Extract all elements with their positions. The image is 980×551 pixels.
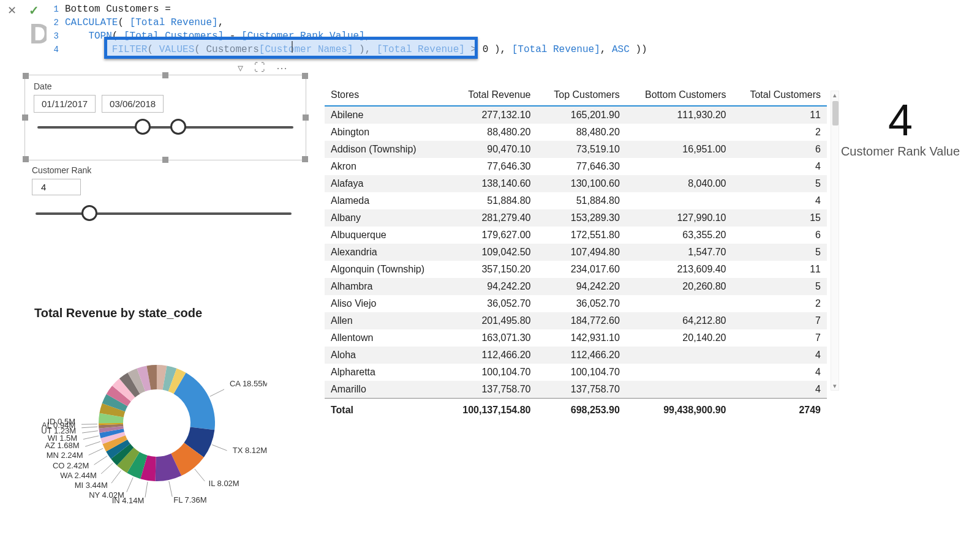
donut-chart-visual[interactable]: Total Revenue by state_code CA 18.55MTX … [34, 306, 304, 523]
svg-line-6 [111, 470, 121, 483]
dax-formula-editor[interactable]: 1234 Bottom Customers =CALCULATE( [Total… [47, 2, 975, 56]
date-slicer-visual[interactable]: Date 01/11/2017 03/06/2018 [24, 75, 306, 160]
date-start-input[interactable]: 01/11/2017 [34, 95, 96, 113]
table-row[interactable]: Alpharetta100,104.70100,104.704 [325, 364, 827, 381]
donut-chart-svg: CA 18.55MTX 8.12MIL 8.02MFL 7.36MIN 4.14… [34, 325, 267, 521]
table-cell: 201,495.80 [445, 312, 537, 329]
text-cursor-icon [291, 39, 297, 52]
donut-label: TX 8.12M [233, 446, 267, 455]
table-row[interactable]: Alhambra94,242.2094,242.2020,260.805 [325, 278, 827, 295]
table-header[interactable]: Top Customers [537, 86, 626, 106]
table-header[interactable]: Stores [325, 86, 445, 106]
table-cell: Allen [325, 312, 445, 329]
table-total-cell: 698,253.90 [537, 399, 626, 422]
table-cell: 73,519.10 [537, 141, 626, 158]
cancel-formula-icon[interactable] [5, 4, 18, 17]
table-cell: Amarillo [325, 381, 445, 399]
table-cell: Alameda [325, 192, 445, 209]
table-cell: 51,884.80 [445, 192, 537, 209]
table-row[interactable]: Aliso Viejo36,052.7036,052.702 [325, 295, 827, 312]
table-cell: 137,758.70 [445, 381, 537, 399]
table-row[interactable]: Abington88,480.2088,480.202 [325, 124, 827, 141]
resize-handle[interactable] [23, 156, 29, 162]
table-cell: 2 [733, 295, 827, 312]
resize-handle[interactable] [162, 72, 168, 78]
table-row[interactable]: Amarillo137,758.70137,758.704 [325, 381, 827, 399]
resize-handle[interactable] [302, 73, 308, 79]
slider-thumb-end[interactable] [170, 119, 186, 135]
table-cell: 1,547.70 [626, 244, 733, 261]
table-row[interactable]: Aloha112,466.20112,466.204 [325, 347, 827, 364]
svg-line-1 [212, 444, 227, 451]
svg-line-3 [169, 481, 172, 497]
table-cell: 172,551.80 [537, 227, 626, 244]
more-options-icon[interactable]: ⋯ [276, 61, 287, 75]
table-cell [626, 295, 733, 312]
table-cell: Alafaya [325, 175, 445, 192]
table-header[interactable]: Total Revenue [445, 86, 537, 106]
resize-handle[interactable] [162, 157, 168, 163]
table-header[interactable]: Bottom Customers [626, 86, 733, 106]
table-cell: 281,279.40 [445, 209, 537, 227]
table-row[interactable]: Algonquin (Township)357,150.20234,017.60… [325, 261, 827, 278]
resize-handle[interactable] [22, 114, 28, 121]
table-cell: 94,242.20 [537, 278, 626, 295]
focus-mode-icon[interactable]: ⛶ [254, 61, 265, 75]
slider-thumb-start[interactable] [135, 119, 151, 135]
table-cell: Alexandria [325, 244, 445, 261]
table-row[interactable]: Alafaya138,140.60130,100.608,040.005 [325, 175, 827, 192]
table-row[interactable]: Albany281,279.40153,289.30127,990.1015 [325, 209, 827, 227]
table-cell: 20,260.80 [626, 278, 733, 295]
table-row[interactable]: Alexandria109,042.50107,494.801,547.705 [325, 244, 827, 261]
table-cell: Algonquin (Township) [325, 261, 445, 278]
donut-label: NY 4.02M [89, 490, 124, 500]
table-row[interactable]: Albuquerque179,627.00172,551.8063,355.20… [325, 227, 827, 244]
scroll-down-icon[interactable]: ▾ [831, 382, 839, 390]
stores-table-visual[interactable]: StoresTotal RevenueTop CustomersBottom C… [325, 86, 827, 422]
commit-formula-icon[interactable] [27, 4, 40, 17]
table-cell: Akron [325, 158, 445, 175]
table-cell: 179,627.00 [445, 227, 537, 244]
slider-thumb[interactable] [81, 205, 97, 221]
table-row[interactable]: Abilene277,132.10165,201.90111,930.2011 [325, 106, 827, 124]
table-cell: 163,071.30 [445, 329, 537, 347]
table-cell [626, 364, 733, 381]
svg-line-10 [85, 441, 100, 446]
rank-slicer-visual[interactable]: Customer Rank 4 [32, 165, 295, 223]
svg-line-11 [83, 436, 99, 440]
table-cell: 77,646.30 [445, 158, 537, 175]
resize-handle[interactable] [23, 73, 29, 79]
table-header[interactable]: Total Customers [733, 86, 827, 106]
table-row[interactable]: Addison (Township)90,470.1073,519.1016,9… [325, 141, 827, 158]
table-cell: Addison (Township) [325, 141, 445, 158]
svg-line-13 [81, 427, 97, 428]
table-cell: 100,104.70 [445, 364, 537, 381]
rank-slider[interactable] [36, 205, 292, 223]
table-cell: 138,140.60 [445, 175, 537, 192]
rank-value-input[interactable]: 4 [32, 179, 81, 195]
table-cell: 4 [733, 158, 827, 175]
table-cell: 184,772.60 [537, 312, 626, 329]
donut-label: FL 7.36M [173, 495, 206, 504]
table-cell: 7 [733, 329, 827, 347]
line-gutter: 1234 [47, 2, 62, 56]
table-row[interactable]: Akron77,646.3077,646.304 [325, 158, 827, 175]
filter-icon[interactable]: ▿ [238, 61, 243, 75]
table-cell: 277,132.10 [445, 106, 537, 124]
table-cell: Albuquerque [325, 227, 445, 244]
table-cell: 100,104.70 [537, 364, 626, 381]
table-row[interactable]: Allentown163,071.30142,931.1020,140.207 [325, 329, 827, 347]
rank-card-visual[interactable]: 4 Customer Rank Value [833, 98, 968, 159]
resize-handle[interactable] [303, 114, 309, 121]
table-cell: 111,930.20 [626, 106, 733, 124]
resize-handle[interactable] [302, 156, 308, 162]
table-cell: 4 [733, 381, 827, 399]
date-slider[interactable] [37, 119, 293, 137]
table-cell [626, 347, 733, 364]
table-cell: 107,494.80 [537, 244, 626, 261]
date-end-input[interactable]: 03/06/2018 [102, 95, 164, 113]
table-row[interactable]: Alameda51,884.8051,884.804 [325, 192, 827, 209]
table-cell: Abilene [325, 106, 445, 124]
table-cell: 5 [733, 278, 827, 295]
table-row[interactable]: Allen201,495.80184,772.6064,212.807 [325, 312, 827, 329]
